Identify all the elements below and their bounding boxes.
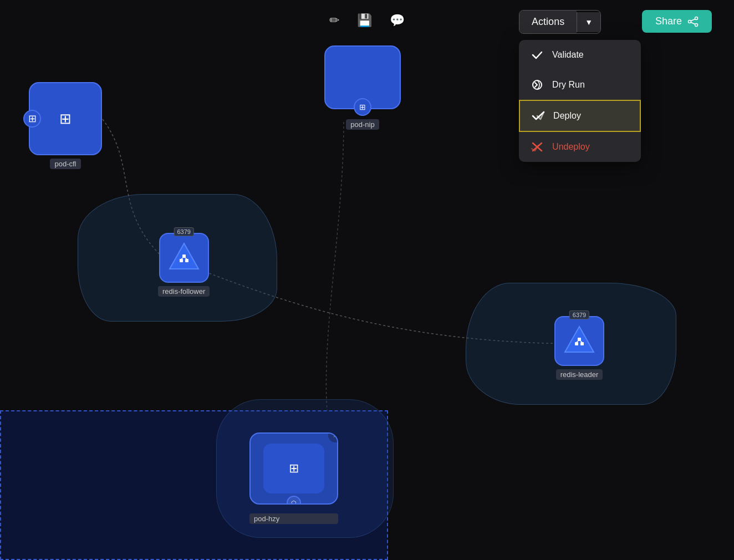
svg-point-15	[695, 17, 698, 19]
redis-follower-box: 6379	[159, 233, 209, 283]
redis-follower-node[interactable]: 6379 redis-follower	[158, 233, 210, 297]
svg-rect-1	[180, 259, 183, 262]
deploy-label: Deploy	[553, 111, 581, 121]
undeploy-menu-item[interactable]: Undeploy	[519, 132, 641, 162]
pod-cfl-node[interactable]: ⊞ ⊞ pod-cfl	[29, 82, 102, 169]
share-icon	[687, 16, 699, 27]
canvas: ⊞ ⊞ pod-cfl ⊞ pod-nip 6379	[0, 0, 734, 560]
pod-hzy-node[interactable]: ↗ ⊞ ⬡ pod-hzy	[249, 432, 338, 524]
redis-leader-port: 6379	[569, 310, 589, 319]
actions-area: Actions ▼ Validate	[519, 10, 601, 34]
undeploy-icon	[530, 141, 544, 153]
pod-hzy-label: pod-hzy	[249, 513, 338, 524]
pod-hzy-outer: ↗ ⊞ ⬡	[249, 432, 338, 505]
deploy-icon	[531, 110, 546, 122]
comment-icon[interactable]: 💬	[386, 10, 408, 31]
dry-run-menu-item[interactable]: Dry Run	[519, 70, 641, 100]
svg-rect-2	[185, 259, 188, 262]
share-button[interactable]: Share	[642, 10, 712, 33]
svg-rect-7	[575, 342, 578, 345]
pod-hzy-badge: ⬡	[287, 496, 301, 505]
redis-leader-label: redis-leader	[556, 369, 603, 380]
save-icon[interactable]: 💾	[354, 10, 375, 31]
svg-rect-8	[580, 342, 584, 345]
pod-nip-box: ⊞	[324, 45, 401, 109]
redis-leader-icon	[563, 324, 596, 358]
pod-cfl-box: ⊞ ⊞	[29, 82, 102, 155]
undeploy-label: Undeploy	[552, 142, 590, 152]
deploy-menu-item[interactable]: Deploy	[519, 100, 641, 132]
validate-label: Validate	[552, 50, 584, 60]
redis-follower-label: redis-follower	[158, 286, 210, 297]
svg-line-18	[691, 19, 695, 21]
svg-rect-3	[182, 254, 186, 258]
actions-dropdown-menu: Validate Dry Run	[519, 40, 641, 162]
pod-hzy-arrow: ↗	[328, 432, 338, 442]
pod-hzy-badge-icon: ⬡	[291, 500, 297, 505]
pod-nip-node[interactable]: ⊞ pod-nip	[324, 45, 401, 130]
toolbar: ✏ 💾 💬	[326, 10, 408, 31]
dry-run-label: Dry Run	[552, 80, 585, 90]
svg-point-16	[695, 23, 698, 26]
pod-nip-badge: ⊞	[354, 98, 371, 116]
pod-hzy-inner: ⊞	[263, 444, 324, 493]
pod-nip-badge-icon: ⊞	[359, 103, 366, 111]
dry-run-icon	[530, 79, 544, 91]
actions-dropdown-arrow[interactable]: ▼	[577, 12, 600, 32]
pod-nip-label: pod-nip	[346, 119, 379, 130]
redis-leader-box: 6379	[554, 316, 604, 366]
pod-cfl-label: pod-cfl	[50, 159, 80, 169]
network-icon: ⊞	[28, 113, 37, 125]
svg-rect-9	[578, 338, 581, 341]
share-label: Share	[655, 16, 682, 27]
redis-follower-port: 6379	[174, 227, 193, 236]
redis-leader-node[interactable]: 6379 redis-leader	[554, 316, 604, 380]
actions-label[interactable]: Actions	[519, 11, 577, 33]
edit-icon[interactable]: ✏	[326, 10, 343, 31]
pod-hzy-icon: ⊞	[289, 461, 299, 476]
validate-menu-item[interactable]: Validate	[519, 40, 641, 70]
pod-cfl-badge: ⊞	[23, 110, 41, 128]
redis-follower-icon	[167, 241, 201, 274]
svg-point-17	[689, 20, 691, 23]
actions-button[interactable]: Actions ▼	[519, 10, 601, 34]
validate-icon	[530, 49, 544, 61]
svg-line-19	[691, 22, 695, 24]
pod-cfl-inner-icon: ⊞	[59, 110, 72, 128]
